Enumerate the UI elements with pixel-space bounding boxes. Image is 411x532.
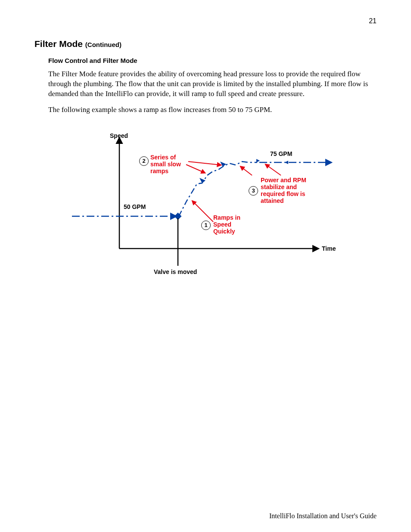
svg-marker-5	[220, 162, 226, 167]
section-title: Filter Mode (Continued)	[34, 39, 377, 49]
level-low-label: 50 GPM	[124, 203, 146, 210]
section-title-main: Filter Mode	[34, 39, 83, 49]
svg-line-12	[193, 201, 213, 222]
page: 21 Filter Mode (Continued) Flow Control …	[0, 0, 411, 532]
axis-y-label: Speed	[110, 132, 128, 139]
svg-line-14	[241, 167, 252, 175]
flow-ramp-figure: Speed Time 50 GPM 75 GPM 1 2 3 Series of…	[68, 132, 343, 287]
callout-1: Ramps in Speed Quickly	[213, 214, 240, 235]
marker-1: 1	[201, 221, 211, 230]
marker-3: 3	[249, 186, 258, 196]
svg-line-13	[266, 165, 281, 175]
svg-marker-8	[285, 161, 288, 164]
section-title-note: (Continued)	[85, 41, 121, 48]
page-footer: IntelliFlo Installation and User's Guide	[269, 512, 377, 520]
paragraph-2: The following example shows a ramp as fl…	[48, 105, 376, 115]
svg-marker-4	[199, 178, 206, 183]
valve-moved-label: Valve is moved	[154, 268, 197, 275]
marker-2: 2	[139, 156, 149, 166]
svg-marker-6	[256, 159, 260, 162]
page-number: 21	[369, 17, 377, 25]
subsection-title: Flow Control and Filter Mode	[48, 57, 377, 64]
callout-2: Series of small slow ramps	[150, 154, 181, 174]
callout-3: Power and RPM stabilize and required flo…	[261, 177, 306, 204]
svg-line-10	[186, 165, 205, 173]
axis-x-label: Time	[322, 245, 336, 252]
svg-line-11	[188, 162, 221, 165]
paragraph-1: The Filter Mode feature provides the abi…	[48, 69, 376, 99]
level-high-label: 75 GPM	[270, 150, 292, 157]
